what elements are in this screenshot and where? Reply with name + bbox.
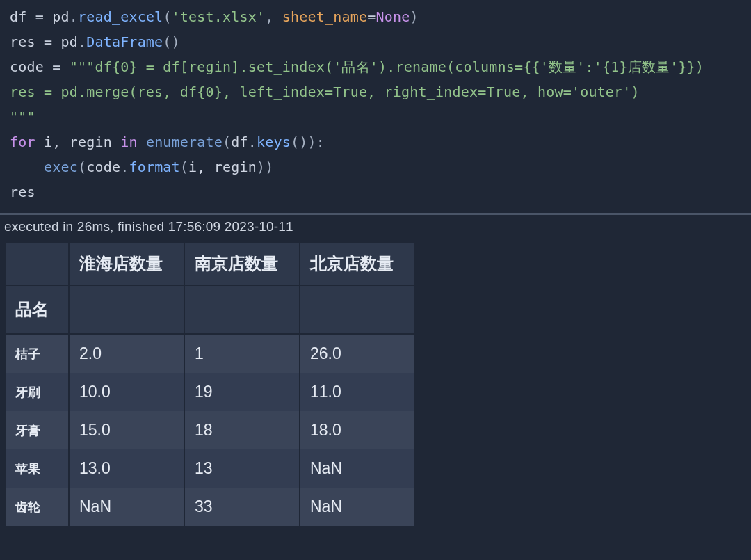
code-token: ) [265,159,273,175]
row-index: 苹果 [6,449,69,488]
code-token: in [120,134,137,150]
dataframe-table: 淮海店数量 南京店数量 北京店数量 品名 桔子 2.0 1 26.0 牙刷 10… [6,243,416,526]
code-token: format [129,159,179,175]
row-index: 齿轮 [6,488,69,526]
row-index: 牙刷 [6,373,69,411]
code-token: () [291,134,307,150]
code-token: res = pd.merge(res, df{0}, left_index=Tr… [10,83,640,100]
code-token: pd [52,8,69,25]
code-token: . [78,33,86,50]
table-row: 牙膏 15.0 18 18.0 [6,411,415,449]
table-row: 齿轮 NaN 33 NaN [6,488,415,526]
code-token: ) [308,134,316,150]
cell: 13.0 [69,449,184,488]
code-token: None [376,8,410,25]
code-token: = [35,8,52,25]
code-cell[interactable]: df = pd.read_excel('test.xlsx', sheet_na… [0,0,751,213]
code-token: ( [223,134,231,150]
code-token: df [10,8,35,25]
code-token [10,159,44,175]
code-token: sheet_name [282,8,367,25]
code-token: = [367,8,376,25]
code-token: enumerate [146,134,223,150]
cell: NaN [300,449,415,488]
cell: 1 [184,334,300,373]
code-token: read_excel [78,8,163,25]
output-area: 淮海店数量 南京店数量 北京店数量 品名 桔子 2.0 1 26.0 牙刷 10… [0,240,751,554]
code-token: res [10,184,35,200]
table-row: 牙刷 10.0 19 11.0 [6,373,415,411]
code-token: . [120,159,129,175]
cell: 15.0 [69,411,184,449]
code-token: df [231,134,248,150]
code-token: ( [78,159,86,175]
table-row: 桔子 2.0 1 26.0 [6,334,415,373]
code-token: for [10,134,35,150]
cell: 18.0 [300,411,415,449]
cell: 33 [184,488,300,526]
code-token: = [52,58,69,75]
column-header-spacer [300,285,415,334]
cell: 19 [184,373,300,411]
code-token: . [70,8,78,25]
code-token: keys [257,134,291,150]
code-token: res [10,33,44,50]
code-token: i, regin [35,134,120,150]
table-row: 苹果 13.0 13 NaN [6,449,415,488]
cell: 18 [184,411,300,449]
code-token: """ [10,109,35,125]
column-header-spacer [184,285,300,334]
code-token [138,134,146,150]
code-token: ) [410,8,418,25]
row-index: 牙膏 [6,411,69,449]
code-token: ) [257,159,265,175]
code-token: , [265,8,282,25]
code-token: DataFrame [86,33,163,50]
code-token: """df{0} = df[regin].set_index('品名').ren… [70,58,704,75]
execution-info: executed in 26ms, finished 17:56:09 2023… [0,215,751,240]
cell: NaN [69,488,184,526]
column-header: 南京店数量 [184,243,300,285]
code-token: : [316,134,325,150]
code-token: 'test.xlsx' [172,8,266,25]
code-token: i, regin [188,159,257,175]
code-token: ( [180,159,188,175]
cell: 13 [184,449,300,488]
row-index: 桔子 [6,334,69,373]
index-name: 品名 [6,285,69,334]
code-token: code [86,159,120,175]
cell: 11.0 [300,373,415,411]
code-token: () [163,33,179,50]
code-token: ( [163,8,171,25]
column-header: 北京店数量 [300,243,415,285]
code-token: = [44,33,60,50]
cell: NaN [300,488,415,526]
cell: 2.0 [69,334,184,373]
code-token: code [10,58,52,75]
code-token: . [248,134,257,150]
table-corner [6,243,69,285]
column-header-spacer [69,285,184,334]
cell: 26.0 [300,334,415,373]
column-header: 淮海店数量 [69,243,184,285]
code-token: pd [60,33,77,50]
cell: 10.0 [69,373,184,411]
code-token: exec [44,159,78,175]
